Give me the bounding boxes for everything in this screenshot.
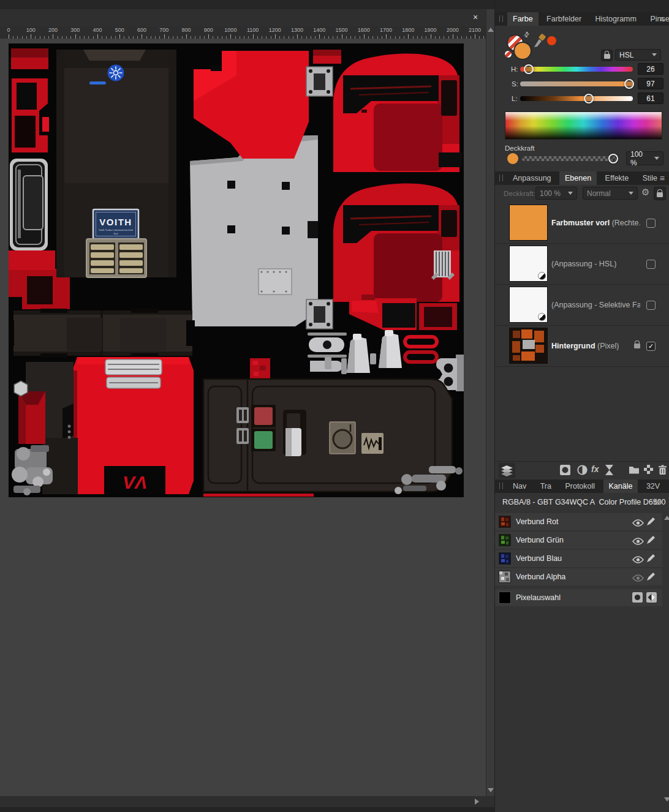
application-window: { "window": { "canvas_close": "×" }, "ic…	[0, 0, 669, 812]
layer-visibility-checkbox[interactable]	[646, 260, 656, 269]
tab-protokoll[interactable]: Protokoll	[559, 479, 600, 493]
texture-image[interactable]: VOITH Voith Turbo Lokomotivtechnik Kiel	[9, 43, 464, 497]
eyedropper-icon[interactable]	[533, 32, 548, 48]
canvas-horizontal-scrollbar[interactable]	[0, 796, 494, 807]
tab-effekte[interactable]: Effekte	[600, 171, 635, 185]
eye-icon[interactable]	[632, 536, 644, 547]
hue-slider[interactable]	[520, 67, 633, 72]
new-layer-icon[interactable]	[644, 465, 653, 476]
pencil-icon[interactable]	[646, 554, 656, 565]
panel-grip[interactable]	[499, 483, 503, 489]
primary-color-swatch[interactable]	[513, 42, 532, 60]
eye-icon[interactable]	[632, 573, 644, 584]
layer-thumbnail[interactable]	[509, 246, 548, 282]
layer-row-hintergrund[interactable]: Hintergrund (Pixel) ✓	[495, 326, 669, 367]
selection-mask-icon[interactable]	[632, 592, 643, 605]
canvas-vertical-scrollbar[interactable]	[486, 9, 495, 796]
layer-opacity-select[interactable]: 100 %	[535, 187, 577, 200]
panel-scroll-down-icon[interactable]	[664, 797, 669, 802]
fx-icon[interactable]: fx	[591, 464, 599, 474]
adjustment-icon[interactable]	[577, 465, 588, 478]
channel-name: Verbund Rot	[516, 517, 559, 526]
gear-icon[interactable]: ⚙	[641, 187, 649, 198]
saturation-slider-label: S:	[512, 80, 518, 88]
scroll-right-icon[interactable]	[475, 799, 479, 805]
channel-thumbnail	[499, 552, 511, 565]
canvas-area: × 01002003004005006007008009001000110012…	[0, 0, 494, 812]
layer-thumbnail[interactable]	[509, 328, 548, 364]
layer-visibility-checkbox[interactable]	[646, 301, 656, 310]
layer-thumbnail[interactable]	[509, 205, 548, 241]
color-model-select[interactable]: HSL	[615, 49, 661, 61]
swap-colors-icon[interactable]: ⇄	[522, 30, 532, 40]
right-panel: Farbe Farbfelder Histogramm Pinsel ≡ ⇄ H…	[494, 0, 669, 812]
blend-mode-select[interactable]: Normal	[583, 187, 638, 200]
saturation-slider[interactable]	[520, 81, 633, 86]
selection-contrast-icon[interactable]	[646, 592, 657, 605]
tab-tra[interactable]: Tra	[535, 479, 557, 493]
reset-colors-swatch[interactable]	[504, 50, 512, 58]
layer-visibility-checkbox[interactable]: ✓	[646, 342, 656, 351]
channel-thumbnail	[499, 516, 511, 528]
live-filter-icon[interactable]	[605, 465, 613, 478]
tab-ebenen[interactable]: Ebenen	[559, 171, 597, 185]
channel-thumbnail	[499, 571, 511, 583]
saturation-value[interactable]: 97	[638, 78, 663, 89]
opacity-slider[interactable]	[522, 156, 616, 161]
eye-icon[interactable]	[632, 518, 644, 529]
layer-row-farbmuster[interactable]: Farbmuster vorl (Rechte…	[495, 203, 669, 244]
trash-icon[interactable]	[658, 465, 667, 478]
folder-icon[interactable]	[629, 465, 640, 476]
panel-scroll-up-icon[interactable]	[664, 516, 669, 520]
layers-stack-icon[interactable]	[499, 463, 515, 478]
tab-stile[interactable]: Stile	[637, 171, 663, 185]
layer-row-hsl[interactable]: (Anpassung - HSL)	[495, 244, 669, 285]
mask-icon[interactable]	[560, 465, 570, 478]
va-logo-text: VΛ	[123, 472, 147, 492]
tab-histogramm[interactable]: Histogramm	[590, 12, 642, 26]
canvas-viewport[interactable]: VOITH Voith Turbo Lokomotivtechnik Kiel	[0, 39, 486, 796]
color-lock-button[interactable]	[601, 50, 613, 61]
lightness-slider-label: L:	[512, 95, 518, 102]
layer-lock-button[interactable]	[654, 187, 666, 200]
panel-grip[interactable]	[499, 175, 503, 181]
channel-name: Verbund Grün	[516, 536, 564, 544]
tab-farbe[interactable]: Farbe	[507, 12, 539, 26]
pencil-icon[interactable]	[646, 517, 656, 528]
tab-farbfelder[interactable]: Farbfelder	[541, 12, 587, 26]
hue-slider-label: H:	[511, 66, 518, 73]
layers-toolbar: fx	[495, 461, 669, 480]
tab-kanaele[interactable]: Kanäle	[603, 479, 638, 493]
pencil-icon[interactable]	[646, 572, 656, 584]
reset-icon[interactable]: ↻	[653, 497, 661, 508]
lightness-value[interactable]: 61	[638, 92, 663, 104]
panel-menu-icon[interactable]: ≡	[660, 14, 665, 24]
layer-thumbnail[interactable]	[509, 287, 548, 323]
pencil-icon[interactable]	[646, 535, 656, 547]
tab-nav[interactable]: Nav	[507, 479, 532, 493]
channel-row-blau[interactable]: Verbund Blau	[495, 550, 662, 567]
tab-pinsel[interactable]: Pinsel	[644, 12, 669, 26]
scroll-down-icon[interactable]	[488, 788, 494, 792]
hue-value[interactable]: 26	[638, 63, 663, 75]
scroll-up-icon[interactable]	[488, 28, 494, 32]
panel-menu-icon[interactable]: ≡	[660, 173, 665, 183]
layer-row-selektive-farbe[interactable]: (Anpassung - Selektive Fa…	[495, 285, 669, 326]
color-spectrum[interactable]	[505, 111, 662, 140]
layer-visibility-checkbox[interactable]	[646, 219, 656, 228]
panel-grip[interactable]	[499, 15, 503, 22]
eye-icon[interactable]	[632, 555, 644, 566]
close-document-icon[interactable]: ×	[470, 12, 481, 23]
tab-stock[interactable]: Stock	[666, 171, 669, 185]
opacity-color-dot	[507, 153, 518, 164]
channel-row-gruen[interactable]: Verbund Grün	[495, 532, 662, 549]
tab-anpassung[interactable]: Anpassung	[507, 171, 557, 185]
layer-type: (Anpassung - Selektive Fa…	[551, 301, 640, 309]
channel-row-alpha[interactable]: Verbund Alpha	[495, 568, 662, 585]
lightness-slider[interactable]	[520, 96, 633, 101]
channel-row-rot[interactable]: Verbund Rot	[495, 513, 662, 530]
tab-32v[interactable]: 32V	[641, 479, 665, 493]
status-strip	[0, 807, 494, 812]
pixel-selection-row[interactable]: Pixelauswahl	[495, 589, 662, 606]
opacity-select[interactable]: 100 %	[626, 151, 663, 165]
